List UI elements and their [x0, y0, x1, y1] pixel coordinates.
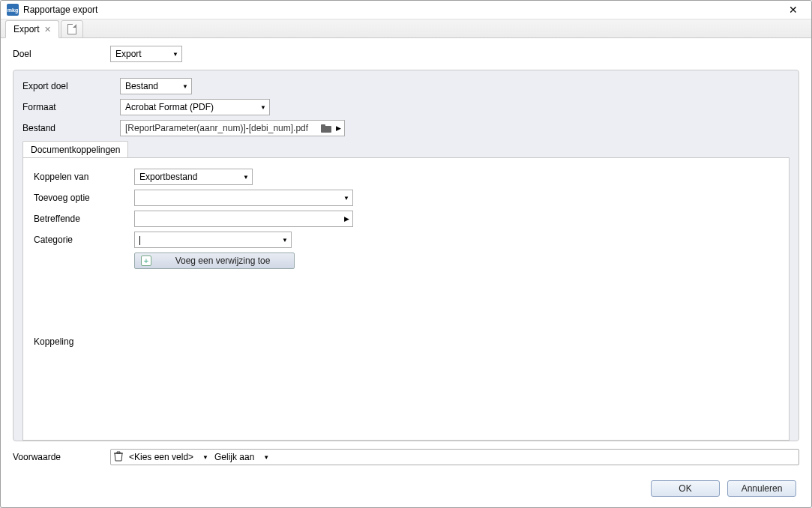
text-caret	[139, 236, 140, 245]
select-value: Acrobat Format (PDF)	[125, 102, 214, 112]
trash-svg	[114, 451, 123, 462]
select-value: Bestand	[125, 81, 158, 91]
condition-bar[interactable]: <Kies een veld> ▼ Gelijk aan ▼	[110, 449, 799, 465]
label-export-doel: Export doel	[22, 81, 120, 91]
tab-close-icon[interactable]: ✕	[44, 25, 51, 34]
main-tabstrip: Export ✕	[1, 19, 811, 38]
triangle-right-icon[interactable]: ▶	[336, 124, 341, 132]
inner-tabstrip: Documentkoppelingen	[22, 141, 790, 157]
input-bestand[interactable]: [ReportParameter(aanr_num)]-[debi_num].p…	[120, 120, 345, 136]
export-panel: Export doel Bestand ▼ Formaat Acrobat Fo…	[13, 70, 799, 441]
ok-button[interactable]: OK	[651, 480, 720, 497]
label-betreffende: Betreffende	[34, 214, 134, 224]
input-value: [ReportParameter(aanr_num)]-[debi_num].p…	[125, 123, 321, 133]
lookup-betreffende[interactable]: ▶	[134, 211, 353, 227]
triangle-right-icon: ▶	[344, 215, 349, 223]
condition-operator[interactable]: Gelijk aan	[214, 452, 254, 462]
select-value: Exportbestand	[139, 172, 197, 182]
chevron-down-icon: ▼	[182, 83, 188, 90]
chevron-down-icon: ▼	[282, 237, 288, 244]
select-export-doel[interactable]: Bestand ▼	[120, 78, 192, 94]
chevron-down-icon: ▼	[243, 174, 249, 181]
label-categorie: Categorie	[34, 235, 134, 245]
select-toevoeg-optie[interactable]: ▼	[134, 190, 353, 206]
trash-icon[interactable]	[114, 451, 123, 464]
row-doel: Doel Export ▼	[13, 46, 799, 62]
label-koppeling: Koppeling	[34, 336, 134, 347]
label-toevoeg-optie: Toevoeg optie	[34, 193, 134, 203]
label-formaat: Formaat	[22, 102, 120, 112]
button-label: Annuleren	[742, 483, 783, 494]
chevron-down-icon: ▼	[343, 195, 349, 202]
label-koppelen-van: Koppelen van	[34, 172, 134, 182]
chevron-down-icon: ▼	[260, 104, 266, 111]
condition-field[interactable]: <Kies een veld>	[129, 452, 193, 462]
inner-tabs: Documentkoppelingen Koppelen van Exportb…	[22, 141, 790, 441]
row-betreffende: Betreffende ▶	[34, 211, 778, 227]
select-value: Export	[115, 49, 142, 59]
row-add-ref: + Voeg een verwijzing toe	[34, 253, 778, 269]
content-area: Doel Export ▼ Export doel Bestand ▼ Form…	[1, 38, 811, 507]
document-icon	[67, 24, 76, 34]
dialog-buttons: OK Annuleren	[13, 480, 799, 497]
row-koppelen-van: Koppelen van Exportbestand ▼	[34, 169, 778, 185]
row-voorwaarde: Voorwaarde <Kies een veld> ▼ Gelijk aan …	[13, 449, 799, 465]
select-koppelen-van[interactable]: Exportbestand ▼	[134, 169, 253, 185]
chevron-down-icon[interactable]: ▼	[263, 454, 269, 461]
row-koppeling: Koppeling	[34, 336, 778, 347]
window-title: Rapportage export	[23, 4, 781, 15]
documentkoppelingen-panel: Koppelen van Exportbestand ▼ Toevoeg opt…	[22, 157, 790, 441]
close-button[interactable]: ✕	[781, 2, 805, 17]
select-value	[139, 235, 140, 245]
label-voorwaarde: Voorwaarde	[13, 452, 110, 462]
plus-icon: +	[141, 255, 151, 266]
row-toevoeg-optie: Toevoeg optie ▼	[34, 190, 778, 206]
chevron-down-icon[interactable]: ▼	[202, 454, 208, 461]
chevron-down-icon: ▼	[172, 51, 178, 58]
app-icon: mkg	[7, 4, 19, 16]
select-formaat[interactable]: Acrobat Format (PDF) ▼	[120, 99, 270, 115]
tab-documentkoppelingen[interactable]: Documentkoppelingen	[22, 141, 128, 157]
select-doel[interactable]: Export ▼	[110, 46, 182, 62]
tab-new[interactable]	[61, 20, 83, 38]
select-categorie[interactable]: ▼	[134, 232, 292, 248]
row-bestand: Bestand [ReportParameter(aanr_num)]-[deb…	[22, 120, 790, 136]
label-doel: Doel	[13, 49, 110, 59]
button-label: OK	[679, 483, 691, 494]
cancel-button[interactable]: Annuleren	[727, 480, 796, 497]
tab-label: Export	[13, 24, 40, 34]
button-label: Voeg een verwijzing toe	[157, 255, 288, 266]
row-categorie: Categorie ▼	[34, 232, 778, 248]
tab-label: Documentkoppelingen	[31, 145, 120, 155]
add-reference-button[interactable]: + Voeg een verwijzing toe	[134, 253, 295, 269]
label-bestand: Bestand	[22, 123, 120, 133]
row-formaat: Formaat Acrobat Format (PDF) ▼	[22, 99, 790, 115]
titlebar: mkg Rapportage export ✕	[1, 1, 811, 19]
dialog-window: mkg Rapportage export ✕ Export ✕ Doel Ex…	[0, 0, 812, 508]
tab-export[interactable]: Export ✕	[5, 20, 59, 38]
row-export-doel: Export doel Bestand ▼	[22, 78, 790, 94]
folder-icon[interactable]	[321, 124, 331, 133]
